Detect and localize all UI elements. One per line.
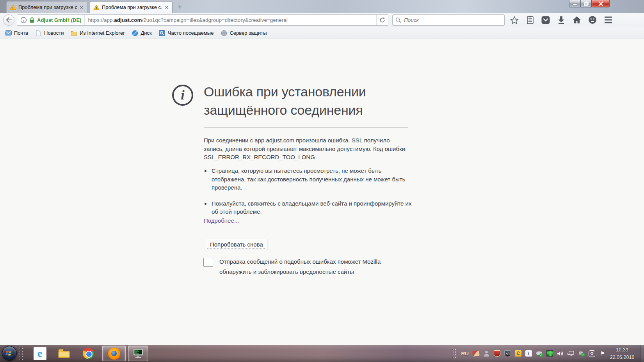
identity-label: Adjust GmbH (DE) <box>37 17 81 23</box>
firefox-icon <box>108 348 120 360</box>
bookmark-mail[interactable]: Почта <box>2 28 31 37</box>
yellow-c-tray-icon[interactable]: C <box>515 350 521 357</box>
new-tab-button[interactable]: + <box>175 2 185 12</box>
learn-more-link[interactable]: Подробнее... <box>204 217 239 224</box>
bookmark-label: Из Internet Explorer <box>80 30 125 36</box>
system-tray: RU АП C i ⚙ ⚑ <box>450 345 606 362</box>
show-desktop-button[interactable] <box>640 345 644 362</box>
hamburger-icon <box>604 16 612 23</box>
info-circle-icon: i <box>172 85 193 106</box>
tray-separator <box>452 347 456 360</box>
tab-close-icon[interactable]: × <box>79 4 84 11</box>
folder-icon <box>71 30 77 36</box>
home-button[interactable] <box>572 15 582 25</box>
bookmark-star-button[interactable] <box>509 15 519 25</box>
start-button[interactable] <box>2 346 17 361</box>
hello-button[interactable] <box>587 15 598 25</box>
error-bullet-list: Страница, которую вы пытаетесь просмотре… <box>211 167 412 224</box>
titlebar: ! Проблема при загрузке с… × ! Проблема … <box>0 0 644 13</box>
smiley-icon <box>588 16 597 24</box>
navigation-toolbar: i Adjust GmbH (DE) https://app.adjust.co… <box>0 13 644 27</box>
computer-monitor-icon <box>132 348 144 359</box>
error-title: Ошибка при установлении защищённого соед… <box>204 83 409 119</box>
cloud-sync-tray-icon[interactable] <box>536 350 543 357</box>
taskbar-item-chrome[interactable] <box>80 346 97 361</box>
taskbar-item-internet-explorer[interactable]: e <box>31 346 48 361</box>
red-shield-tray-icon[interactable] <box>494 350 500 357</box>
tab-close-icon[interactable]: × <box>164 4 169 11</box>
volume-tray-icon[interactable] <box>557 350 564 357</box>
chrome-icon <box>83 348 94 359</box>
url-bar[interactable]: i Adjust GmbH (DE) https://app.adjust.co… <box>17 14 388 26</box>
bookmarks-bar: Почта Новости Из Internet Explorer Диск … <box>0 27 644 39</box>
frequent-icon <box>159 30 165 36</box>
report-row: Отправка сообщений о подобных ошибках по… <box>203 257 391 277</box>
taskbar-item-explorer[interactable] <box>55 346 73 361</box>
pocket-icon <box>541 16 550 24</box>
star-icon <box>510 16 519 24</box>
downloads-button[interactable] <box>556 15 566 25</box>
search-box[interactable] <box>392 14 505 26</box>
bookmark-label: Почта <box>14 30 28 36</box>
desktop-screen: ! Проблема при загрузке с… × ! Проблема … <box>0 0 644 362</box>
clipboard-icon <box>527 16 534 24</box>
error-bullet: Пожалуйста, свяжитесь с владельцами веб-… <box>211 199 412 216</box>
notes-tray-icon[interactable]: i <box>525 350 532 357</box>
cleaner-tray-icon[interactable] <box>472 350 480 357</box>
divider <box>204 127 408 128</box>
bookmark-disk[interactable]: Диск <box>129 28 154 37</box>
taskbar-item-console-app[interactable] <box>128 346 148 361</box>
green-grid-tray-icon[interactable] <box>546 350 553 357</box>
bookmarks-menu-button[interactable] <box>525 15 535 25</box>
folder-icon <box>58 348 70 358</box>
tab-2-active[interactable]: ! Проблема при загрузке с… × <box>90 1 173 13</box>
restore-button[interactable] <box>581 0 592 7</box>
status-check-tray-icon[interactable] <box>578 350 585 357</box>
menu-button[interactable] <box>603 15 613 25</box>
mail-icon <box>5 30 12 36</box>
tab-1[interactable]: ! Проблема при загрузке с… × <box>6 1 87 13</box>
language-indicator[interactable]: RU <box>461 351 469 357</box>
site-identity-block[interactable]: i Adjust GmbH (DE) <box>17 15 85 25</box>
window-controls <box>569 0 610 7</box>
settings-tray-icon[interactable]: ⚙ <box>589 350 595 357</box>
search-input[interactable] <box>404 17 494 23</box>
taskbar: e RU АП C i <box>0 345 644 362</box>
action-center-flag-icon[interactable]: ⚑ <box>599 350 606 357</box>
network-tray-icon[interactable] <box>568 350 574 357</box>
lock-icon <box>29 17 35 23</box>
internet-explorer-icon: e <box>34 347 46 360</box>
bookmark-security-server[interactable]: Сервер защиты <box>218 28 269 37</box>
taskbar-item-firefox-active[interactable] <box>102 346 126 361</box>
taskbar-clock[interactable]: 10:39 22.06.2016 <box>607 346 638 361</box>
svg-text:i: i <box>23 18 24 22</box>
bookmark-label: Сервер защиты <box>229 30 267 36</box>
pocket-button[interactable] <box>541 15 551 25</box>
bookmark-frequent[interactable]: Часто посещаемые <box>156 28 217 37</box>
error-bullet: Страница, которую вы пытаетесь просмотре… <box>211 167 412 192</box>
reload-button[interactable] <box>376 15 388 25</box>
bookmark-news[interactable]: Новости <box>32 28 66 37</box>
bookmark-folder-ie[interactable]: Из Internet Explorer <box>68 28 127 37</box>
close-button[interactable] <box>592 0 610 7</box>
report-checkbox[interactable] <box>203 258 213 267</box>
bookmark-label: Новости <box>44 30 64 36</box>
toolbar-buttons <box>509 15 613 25</box>
retry-button[interactable]: Попробовать снова <box>206 239 267 250</box>
windows-logo-icon <box>5 350 13 357</box>
tab-title: Проблема при загрузке с… <box>18 4 77 10</box>
download-icon <box>557 16 565 24</box>
page-content: i Ошибка при установлении защищённого со… <box>0 39 644 345</box>
minimize-button[interactable] <box>569 0 581 7</box>
tab-title: Проблема при загрузке с… <box>102 4 162 10</box>
info-icon: i <box>20 17 27 23</box>
report-checkbox-label: Отправка сообщений о подобных ошибках по… <box>219 257 391 277</box>
globe-icon <box>221 30 227 36</box>
svg-text:!: ! <box>96 6 97 10</box>
user-tray-icon[interactable] <box>483 350 490 357</box>
url-text[interactable]: https://app.adjust.com/2uo1qc?campaign=t… <box>88 17 376 23</box>
back-button[interactable] <box>3 14 14 26</box>
reload-icon <box>379 17 385 23</box>
dark-shield-tray-icon[interactable]: АП <box>504 350 511 357</box>
clock-date: 22.06.2016 <box>607 354 638 361</box>
